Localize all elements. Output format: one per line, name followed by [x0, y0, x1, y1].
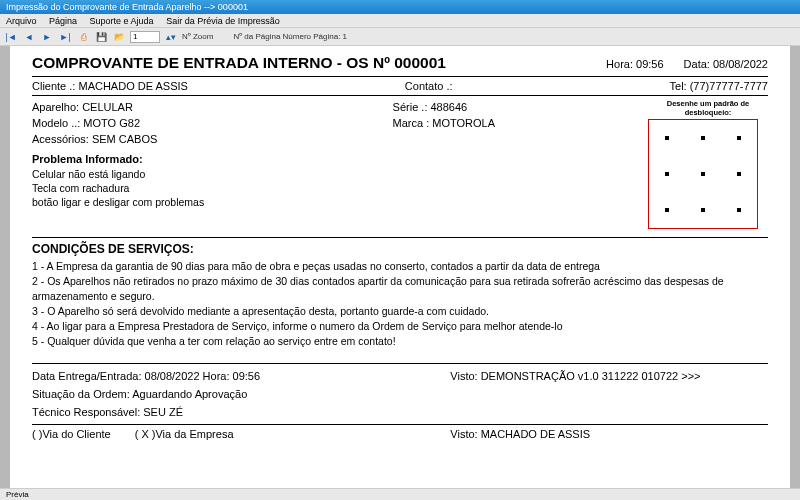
unlock-pattern-box: Desenhe um padrão de desbloqueio:	[648, 99, 768, 229]
menu-bar: Arquivo Página Suporte e Ajuda Sair da P…	[0, 14, 800, 28]
zoom-stepper-icon[interactable]: ▴▾	[164, 30, 178, 44]
toolbar: |◄ ◄ ► ►| ⎙ 💾 📂 ▴▾ Nº Zoom Nº da Página …	[0, 28, 800, 46]
zoom-input[interactable]	[130, 31, 160, 43]
pattern-label: Desenhe um padrão de desbloqueio:	[648, 99, 768, 117]
problema-line: Celular não está ligando	[32, 167, 383, 181]
save-icon[interactable]: 💾	[94, 30, 108, 44]
cliente-field: Cliente .: MACHADO DE ASSIS	[32, 80, 188, 92]
footer-right: Visto: DEMONSTRAÇÃO v1.0 311222 010722 >…	[450, 367, 768, 421]
conditions-list: 1 - A Empresa da garantia de 90 dias par…	[32, 259, 768, 349]
next-page-icon[interactable]: ►	[40, 30, 54, 44]
problema-line: Tecla com rachadura	[32, 181, 383, 195]
vias-row: ( )Via do Cliente ( X )Via da Empresa	[32, 428, 420, 440]
contato-field: Contato .:	[405, 80, 453, 92]
status-text: Prévia	[6, 490, 29, 499]
preview-canvas: COMPROVANTE DE ENTRADA INTERNO - OS Nº 0…	[0, 46, 800, 488]
menu-pagina[interactable]: Página	[49, 16, 77, 26]
window-title: Impressão do Comprovante de Entrada Apar…	[6, 2, 248, 12]
menu-suporte[interactable]: Suporte e Ajuda	[90, 16, 154, 26]
open-icon[interactable]: 📂	[112, 30, 126, 44]
visto-cliente: Visto: MACHADO DE ASSIS	[450, 428, 768, 440]
pattern-grid	[648, 119, 758, 229]
zoom-label: Nº Zoom	[182, 32, 213, 41]
document-page: COMPROVANTE DE ENTRADA INTERNO - OS Nº 0…	[10, 46, 790, 488]
last-page-icon[interactable]: ►|	[58, 30, 72, 44]
first-page-icon[interactable]: |◄	[4, 30, 18, 44]
doc-title: COMPROVANTE DE ENTRADA INTERNO - OS Nº 0…	[32, 54, 446, 72]
footer-left: Data Entrega/Entrada: 08/08/2022 Hora: 0…	[32, 367, 420, 421]
device-col-mid: Série .: 488646 Marca : MOTOROLA	[393, 99, 638, 229]
menu-arquivo[interactable]: Arquivo	[6, 16, 37, 26]
status-bar: Prévia	[0, 488, 800, 500]
conditions-title: CONDIÇÕES DE SERVIÇOS:	[32, 242, 768, 256]
device-col-left: Aparelho: CELULAR Modelo ..: MOTO G82 Ac…	[32, 99, 383, 229]
print-icon[interactable]: ⎙	[76, 30, 90, 44]
prev-page-icon[interactable]: ◄	[22, 30, 36, 44]
doc-hora: Hora: 09:56	[606, 58, 664, 70]
problema-title: Problema Informado:	[32, 153, 143, 165]
window-titlebar: Impressão do Comprovante de Entrada Apar…	[0, 0, 800, 14]
tel-field: Tel: (77)77777-7777	[670, 80, 768, 92]
menu-sair[interactable]: Sair da Prévia de Impressão	[166, 16, 280, 26]
page-number-label: Nº da Página Número Página: 1	[233, 32, 347, 41]
doc-data: Data: 08/08/2022	[684, 58, 768, 70]
problema-line: botão ligar e desligar com problemas	[32, 195, 383, 209]
